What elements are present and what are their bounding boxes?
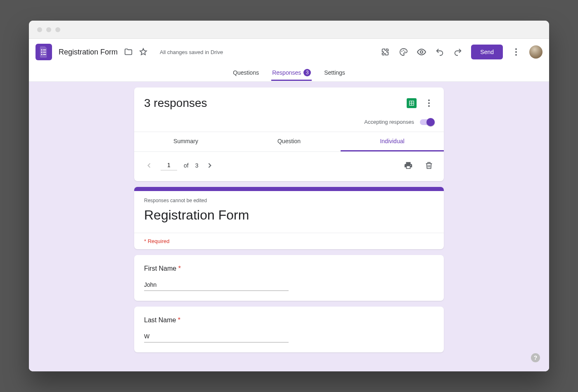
help-icon[interactable]: ? <box>531 353 540 362</box>
pager-current-input[interactable] <box>161 160 177 170</box>
account-avatar[interactable] <box>529 45 542 59</box>
main-canvas: 3 responses Accepting responses Summary … <box>29 82 549 371</box>
undo-icon[interactable] <box>435 47 445 57</box>
save-status-text: All changes saved in Drive <box>160 49 223 55</box>
responses-overflow-icon[interactable] <box>424 98 434 108</box>
traffic-light-min[interactable] <box>46 27 51 32</box>
tab-responses-label: Responses <box>272 69 301 76</box>
pager-next-icon[interactable] <box>205 161 215 170</box>
response-header-card: Responses cannot be edited Registration … <box>134 187 444 249</box>
window-titlebar <box>29 21 549 39</box>
response-form-title: Registration Form <box>144 208 434 223</box>
question-label: Last Name * <box>144 316 434 324</box>
svg-rect-2 <box>41 52 43 53</box>
question-label: First Name * <box>144 265 434 272</box>
svg-point-8 <box>405 51 405 52</box>
svg-point-9 <box>420 51 423 53</box>
responses-count-badge: 3 <box>303 69 311 76</box>
palette-icon[interactable] <box>398 47 408 57</box>
redo-icon[interactable] <box>453 47 463 57</box>
pager-of-label: of <box>184 162 189 169</box>
folder-icon[interactable] <box>123 47 133 57</box>
responses-subtabs: Summary Question Individual <box>134 132 444 151</box>
delete-icon[interactable] <box>424 161 434 170</box>
accepting-responses-toggle[interactable] <box>420 119 434 125</box>
traffic-light-close[interactable] <box>37 27 42 32</box>
app-header: Registration Form All changes saved in D… <box>29 39 549 65</box>
svg-rect-3 <box>43 52 46 53</box>
svg-rect-0 <box>41 50 43 51</box>
response-pager: of 3 <box>134 151 444 181</box>
question-card: First Name * <box>134 255 444 301</box>
print-icon[interactable] <box>403 161 413 170</box>
answer-field <box>144 332 289 342</box>
question-card: Last Name * <box>134 307 444 352</box>
sheets-icon[interactable] <box>407 98 417 108</box>
star-icon[interactable] <box>138 47 148 57</box>
required-legend: * Required <box>134 233 444 249</box>
forms-app-icon[interactable] <box>36 44 52 60</box>
response-edit-note: Responses cannot be edited <box>144 198 434 203</box>
answer-field <box>144 281 289 291</box>
pager-total: 3 <box>195 162 199 169</box>
send-button[interactable]: Send <box>471 45 503 59</box>
svg-point-7 <box>403 50 404 51</box>
form-title[interactable]: Registration Form <box>59 48 118 57</box>
preview-icon[interactable] <box>417 47 426 57</box>
pager-prev-icon[interactable] <box>144 161 154 170</box>
svg-rect-5 <box>43 54 46 55</box>
accepting-responses-label: Accepting responses <box>364 119 414 125</box>
header-overflow-icon[interactable] <box>511 47 521 57</box>
responses-card: 3 responses Accepting responses Summary … <box>134 87 444 181</box>
responses-count-heading: 3 responses <box>144 97 407 110</box>
subtab-individual[interactable]: Individual <box>341 132 444 151</box>
tab-responses[interactable]: Responses 3 <box>271 66 312 81</box>
svg-rect-4 <box>41 54 43 55</box>
subtab-question[interactable]: Question <box>237 132 341 151</box>
traffic-light-max[interactable] <box>55 27 60 32</box>
svg-point-6 <box>401 51 402 52</box>
svg-rect-1 <box>43 50 46 50</box>
tab-settings[interactable]: Settings <box>323 66 346 80</box>
main-tabs: Questions Responses 3 Settings <box>29 65 549 82</box>
addons-icon[interactable] <box>380 47 390 57</box>
tab-questions[interactable]: Questions <box>232 66 260 80</box>
subtab-summary[interactable]: Summary <box>134 132 237 151</box>
